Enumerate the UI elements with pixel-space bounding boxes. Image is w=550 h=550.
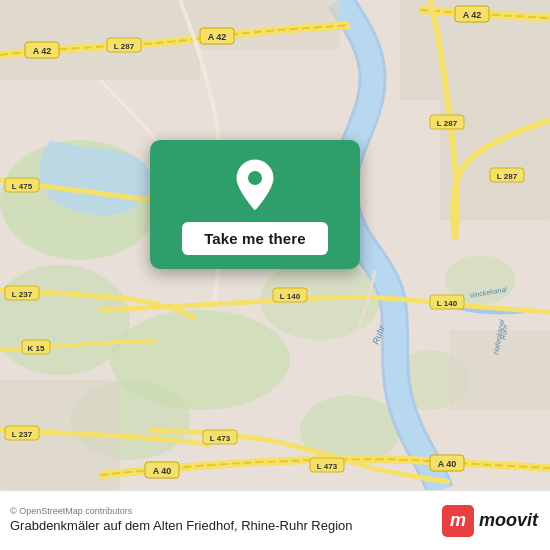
moovit-wordmark: moovit <box>479 510 538 531</box>
svg-text:L 140: L 140 <box>280 292 301 301</box>
location-pin-icon <box>233 158 277 212</box>
moovit-logo[interactable]: m moovit <box>442 505 538 537</box>
svg-text:A 40: A 40 <box>438 459 457 469</box>
svg-text:L 475: L 475 <box>12 182 33 191</box>
svg-text:K 15: K 15 <box>28 344 45 353</box>
svg-text:A 42: A 42 <box>463 10 482 20</box>
svg-text:L 287: L 287 <box>437 119 458 128</box>
place-info: © OpenStreetMap contributors Grabdenkmäl… <box>10 506 442 535</box>
svg-text:L 287: L 287 <box>114 42 135 51</box>
moovit-m-icon: m <box>442 505 474 537</box>
svg-point-51 <box>248 171 262 185</box>
copyright-text: © OpenStreetMap contributors <box>10 506 434 516</box>
svg-text:L 237: L 237 <box>12 290 33 299</box>
svg-text:L 287: L 287 <box>497 172 518 181</box>
svg-text:L 237: L 237 <box>12 430 33 439</box>
bottom-bar: © OpenStreetMap contributors Grabdenkmäl… <box>0 490 550 550</box>
map-container: A 42 A 42 A 42 L 287 L 287 L 287 L 475 L… <box>0 0 550 490</box>
take-me-there-button[interactable]: Take me there <box>182 222 328 255</box>
svg-text:L 473: L 473 <box>317 462 338 471</box>
svg-text:L 473: L 473 <box>210 434 231 443</box>
svg-point-5 <box>300 395 400 465</box>
svg-text:A 42: A 42 <box>33 46 52 56</box>
place-name: Grabdenkmäler auf dem Alten Friedhof, Rh… <box>10 518 434 535</box>
tooltip-card[interactable]: Take me there <box>150 140 360 269</box>
svg-text:A 40: A 40 <box>153 466 172 476</box>
svg-text:A 42: A 42 <box>208 32 227 42</box>
svg-text:L 140: L 140 <box>437 299 458 308</box>
